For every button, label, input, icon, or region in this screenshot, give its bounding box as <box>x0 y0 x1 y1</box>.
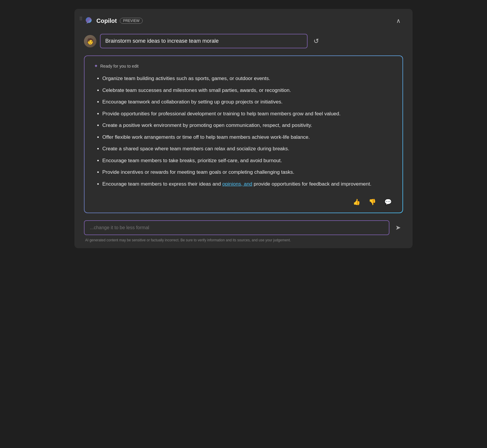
list-item: Provide opportunities for professional d… <box>102 110 393 118</box>
feedback-row: 👍 👎 💬 <box>94 194 393 207</box>
header: Copilot PREVIEW ∧ <box>84 16 403 25</box>
response-card: ✦ Ready for you to edit Organize team bu… <box>84 55 403 213</box>
sparkle-icon: ✦ <box>94 63 98 69</box>
last-idea-before-link: Encourage team members to express their … <box>102 181 222 187</box>
prompt-display[interactable]: Brainstorm some ideas to increase team m… <box>100 34 308 48</box>
undo-button[interactable]: ↺ <box>311 36 321 46</box>
copilot-logo-icon <box>84 16 93 25</box>
copilot-panel: ⠿ Copilot PREVIEW ∧ 🧑 <box>74 9 413 248</box>
list-item: Encourage team members to take breaks, p… <box>102 157 393 165</box>
list-item-last: Encourage team members to express their … <box>102 180 393 188</box>
thumbs-up-icon: 👍 <box>353 199 360 205</box>
comment-button[interactable]: 💬 <box>383 197 393 207</box>
thumbs-down-icon: 👎 <box>369 199 376 205</box>
chat-input[interactable] <box>84 220 389 235</box>
header-left: Copilot PREVIEW <box>84 16 143 25</box>
disclaimer-text: AI generated content may be sensitive or… <box>84 238 403 242</box>
undo-icon: ↺ <box>313 37 319 45</box>
comment-icon: 💬 <box>384 199 392 205</box>
ready-label-row: ✦ Ready for you to edit <box>94 63 393 69</box>
thumbs-up-button[interactable]: 👍 <box>352 197 362 207</box>
linked-text: opinions, and <box>222 181 252 187</box>
list-item: Offer flexible work arrangements or time… <box>102 133 393 141</box>
avatar-image: 🧑 <box>84 35 96 47</box>
app-title: Copilot <box>96 17 117 24</box>
list-item: Create a positive work environment by pr… <box>102 122 393 129</box>
chat-input-row: ➤ <box>84 220 403 235</box>
thumbs-down-button[interactable]: 👎 <box>367 197 377 207</box>
list-item: Create a shared space where team members… <box>102 145 393 153</box>
list-item: Encourage teamwork and collaboration by … <box>102 98 393 106</box>
list-item: Organize team building activities such a… <box>102 75 393 82</box>
last-idea-after-link: provide opportunities for feedback and i… <box>252 181 372 187</box>
send-button[interactable]: ➤ <box>393 221 403 234</box>
prompt-row: 🧑 Brainstorm some ideas to increase team… <box>84 34 403 48</box>
gripper-icon: ⠿ <box>79 16 83 22</box>
collapse-button[interactable]: ∧ <box>394 16 403 25</box>
list-item: Celebrate team successes and milestones … <box>102 87 393 94</box>
list-item: Provide incentives or rewards for meetin… <box>102 168 393 176</box>
ideas-list: Organize team building activities such a… <box>94 75 393 188</box>
send-icon: ➤ <box>395 224 401 231</box>
avatar: 🧑 <box>84 35 96 47</box>
ready-label-text: Ready for you to edit <box>100 64 139 68</box>
chevron-up-icon: ∧ <box>396 17 401 24</box>
preview-badge: PREVIEW <box>120 18 143 24</box>
